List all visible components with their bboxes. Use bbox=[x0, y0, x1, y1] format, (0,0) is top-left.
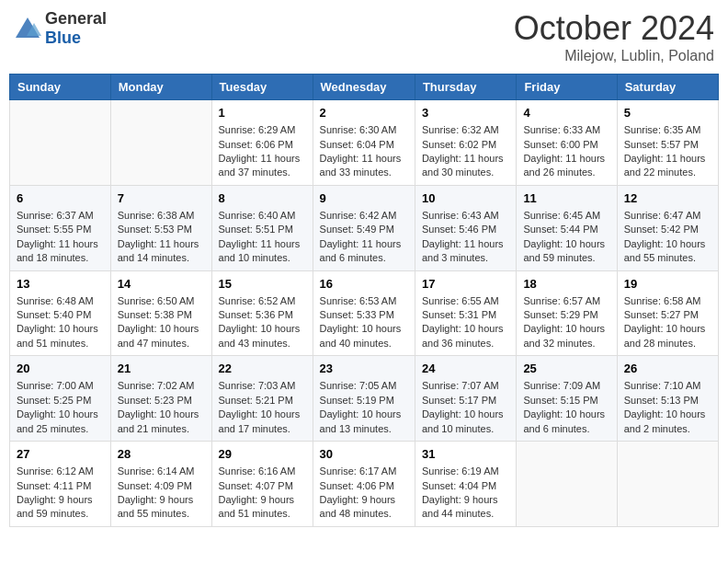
day-number: 10 bbox=[422, 190, 509, 207]
table-row: 15Sunrise: 6:52 AM Sunset: 5:36 PM Dayli… bbox=[211, 270, 313, 356]
header-friday: Friday bbox=[517, 75, 617, 100]
calendar-table: Sunday Monday Tuesday Wednesday Thursday… bbox=[9, 74, 719, 527]
day-info: Sunrise: 6:33 AM Sunset: 6:00 PM Dayligh… bbox=[523, 123, 609, 180]
day-number: 11 bbox=[523, 190, 609, 207]
header-wednesday: Wednesday bbox=[313, 75, 415, 100]
day-number: 15 bbox=[219, 276, 306, 293]
day-number: 3 bbox=[422, 105, 509, 121]
day-number: 24 bbox=[422, 361, 509, 377]
table-row: 31Sunrise: 6:19 AM Sunset: 4:04 PM Dayli… bbox=[415, 442, 516, 527]
table-row bbox=[10, 100, 111, 186]
day-number: 21 bbox=[118, 361, 205, 377]
logo-text: General Blue bbox=[45, 9, 107, 48]
day-number: 13 bbox=[17, 276, 104, 293]
table-row: 11Sunrise: 6:45 AM Sunset: 5:44 PM Dayli… bbox=[517, 185, 617, 270]
table-row: 4Sunrise: 6:33 AM Sunset: 6:00 PM Daylig… bbox=[517, 100, 617, 186]
table-row: 30Sunrise: 6:17 AM Sunset: 4:06 PM Dayli… bbox=[313, 442, 415, 527]
page-header: General Blue October 2024 Milejow, Lubli… bbox=[9, 9, 719, 64]
day-info: Sunrise: 6:17 AM Sunset: 4:06 PM Dayligh… bbox=[320, 465, 408, 522]
day-number: 28 bbox=[118, 446, 205, 463]
table-row: 27Sunrise: 6:12 AM Sunset: 4:11 PM Dayli… bbox=[10, 442, 111, 527]
day-number: 27 bbox=[17, 446, 104, 463]
day-number: 23 bbox=[320, 361, 408, 377]
title-section: October 2024 Milejow, Lublin, Poland bbox=[514, 9, 714, 64]
day-number: 20 bbox=[17, 361, 104, 377]
day-number: 4 bbox=[523, 105, 609, 121]
day-number: 12 bbox=[624, 190, 711, 207]
day-info: Sunrise: 6:32 AM Sunset: 6:02 PM Dayligh… bbox=[422, 123, 509, 180]
table-row: 17Sunrise: 6:55 AM Sunset: 5:31 PM Dayli… bbox=[415, 270, 516, 356]
header-thursday: Thursday bbox=[415, 75, 516, 100]
location-subtitle: Milejow, Lublin, Poland bbox=[514, 48, 714, 64]
table-row: 12Sunrise: 6:47 AM Sunset: 5:42 PM Dayli… bbox=[617, 185, 718, 270]
table-row bbox=[110, 100, 211, 186]
day-number: 22 bbox=[219, 361, 306, 377]
week-row-2: 6Sunrise: 6:37 AM Sunset: 5:55 PM Daylig… bbox=[10, 185, 719, 270]
table-row: 29Sunrise: 6:16 AM Sunset: 4:07 PM Dayli… bbox=[211, 442, 313, 527]
day-info: Sunrise: 6:12 AM Sunset: 4:11 PM Dayligh… bbox=[17, 465, 104, 522]
day-info: Sunrise: 6:40 AM Sunset: 5:51 PM Dayligh… bbox=[219, 209, 306, 266]
table-row: 10Sunrise: 6:43 AM Sunset: 5:46 PM Dayli… bbox=[415, 185, 516, 270]
day-info: Sunrise: 7:02 AM Sunset: 5:23 PM Dayligh… bbox=[118, 379, 205, 436]
table-row bbox=[517, 442, 617, 527]
day-number: 1 bbox=[219, 105, 306, 121]
header-sunday: Sunday bbox=[10, 75, 111, 100]
header-monday: Monday bbox=[110, 75, 211, 100]
day-info: Sunrise: 6:48 AM Sunset: 5:40 PM Dayligh… bbox=[17, 294, 104, 351]
day-number: 14 bbox=[118, 276, 205, 293]
day-info: Sunrise: 7:05 AM Sunset: 5:19 PM Dayligh… bbox=[320, 379, 408, 436]
week-row-3: 13Sunrise: 6:48 AM Sunset: 5:40 PM Dayli… bbox=[10, 270, 719, 356]
day-info: Sunrise: 6:38 AM Sunset: 5:53 PM Dayligh… bbox=[118, 209, 205, 266]
logo: General Blue bbox=[14, 9, 107, 48]
day-number: 25 bbox=[523, 361, 609, 377]
day-number: 19 bbox=[624, 276, 711, 293]
table-row: 14Sunrise: 6:50 AM Sunset: 5:38 PM Dayli… bbox=[110, 270, 211, 356]
day-info: Sunrise: 7:09 AM Sunset: 5:15 PM Dayligh… bbox=[523, 379, 609, 436]
calendar-header-row: Sunday Monday Tuesday Wednesday Thursday… bbox=[10, 75, 719, 100]
week-row-4: 20Sunrise: 7:00 AM Sunset: 5:25 PM Dayli… bbox=[10, 356, 719, 442]
day-info: Sunrise: 6:55 AM Sunset: 5:31 PM Dayligh… bbox=[422, 294, 509, 351]
day-info: Sunrise: 6:29 AM Sunset: 6:06 PM Dayligh… bbox=[219, 123, 306, 180]
table-row: 6Sunrise: 6:37 AM Sunset: 5:55 PM Daylig… bbox=[10, 185, 111, 270]
logo-icon bbox=[14, 16, 41, 41]
table-row: 19Sunrise: 6:58 AM Sunset: 5:27 PM Dayli… bbox=[617, 270, 718, 356]
day-info: Sunrise: 6:14 AM Sunset: 4:09 PM Dayligh… bbox=[118, 465, 205, 522]
table-row: 23Sunrise: 7:05 AM Sunset: 5:19 PM Dayli… bbox=[313, 356, 415, 442]
week-row-1: 1Sunrise: 6:29 AM Sunset: 6:06 PM Daylig… bbox=[10, 100, 719, 186]
table-row: 9Sunrise: 6:42 AM Sunset: 5:49 PM Daylig… bbox=[313, 185, 415, 270]
table-row: 13Sunrise: 6:48 AM Sunset: 5:40 PM Dayli… bbox=[10, 270, 111, 356]
table-row: 16Sunrise: 6:53 AM Sunset: 5:33 PM Dayli… bbox=[313, 270, 415, 356]
table-row: 8Sunrise: 6:40 AM Sunset: 5:51 PM Daylig… bbox=[211, 185, 313, 270]
day-info: Sunrise: 6:19 AM Sunset: 4:04 PM Dayligh… bbox=[422, 465, 509, 522]
table-row: 1Sunrise: 6:29 AM Sunset: 6:06 PM Daylig… bbox=[211, 100, 313, 186]
table-row: 5Sunrise: 6:35 AM Sunset: 5:57 PM Daylig… bbox=[617, 100, 718, 186]
table-row: 24Sunrise: 7:07 AM Sunset: 5:17 PM Dayli… bbox=[415, 356, 516, 442]
day-info: Sunrise: 6:35 AM Sunset: 5:57 PM Dayligh… bbox=[624, 123, 711, 180]
table-row bbox=[617, 442, 718, 527]
day-number: 18 bbox=[523, 276, 609, 293]
day-info: Sunrise: 6:52 AM Sunset: 5:36 PM Dayligh… bbox=[219, 294, 306, 351]
day-info: Sunrise: 6:16 AM Sunset: 4:07 PM Dayligh… bbox=[219, 465, 306, 522]
day-number: 26 bbox=[624, 361, 711, 377]
day-number: 6 bbox=[17, 190, 104, 207]
day-number: 7 bbox=[118, 190, 205, 207]
day-number: 5 bbox=[624, 105, 711, 121]
day-number: 2 bbox=[320, 105, 408, 121]
table-row: 18Sunrise: 6:57 AM Sunset: 5:29 PM Dayli… bbox=[517, 270, 617, 356]
day-info: Sunrise: 6:47 AM Sunset: 5:42 PM Dayligh… bbox=[624, 209, 711, 266]
month-title: October 2024 bbox=[514, 9, 714, 48]
header-tuesday: Tuesday bbox=[211, 75, 313, 100]
day-info: Sunrise: 6:50 AM Sunset: 5:38 PM Dayligh… bbox=[118, 294, 205, 351]
table-row: 25Sunrise: 7:09 AM Sunset: 5:15 PM Dayli… bbox=[517, 356, 617, 442]
header-saturday: Saturday bbox=[617, 75, 718, 100]
week-row-5: 27Sunrise: 6:12 AM Sunset: 4:11 PM Dayli… bbox=[10, 442, 719, 527]
table-row: 20Sunrise: 7:00 AM Sunset: 5:25 PM Dayli… bbox=[10, 356, 111, 442]
table-row: 21Sunrise: 7:02 AM Sunset: 5:23 PM Dayli… bbox=[110, 356, 211, 442]
day-info: Sunrise: 7:00 AM Sunset: 5:25 PM Dayligh… bbox=[17, 379, 104, 436]
day-info: Sunrise: 6:53 AM Sunset: 5:33 PM Dayligh… bbox=[320, 294, 408, 351]
day-info: Sunrise: 7:07 AM Sunset: 5:17 PM Dayligh… bbox=[422, 379, 509, 436]
day-info: Sunrise: 7:10 AM Sunset: 5:13 PM Dayligh… bbox=[624, 379, 711, 436]
day-number: 29 bbox=[219, 446, 306, 463]
day-info: Sunrise: 7:03 AM Sunset: 5:21 PM Dayligh… bbox=[219, 379, 306, 436]
day-number: 16 bbox=[320, 276, 408, 293]
